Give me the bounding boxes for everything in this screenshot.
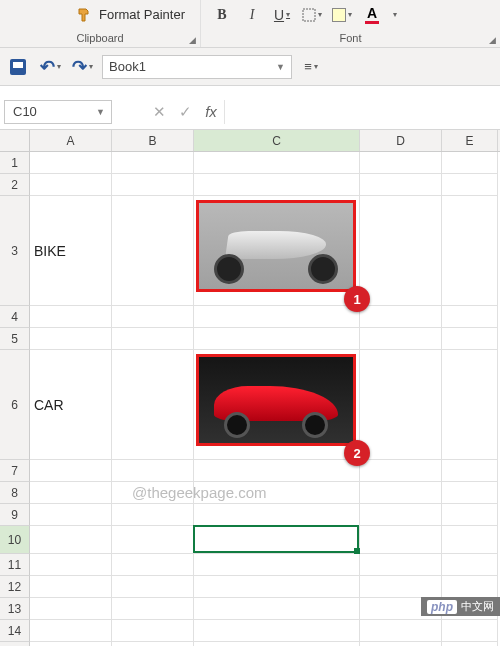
row-header-9[interactable]: 9 [0,504,30,526]
bike-image[interactable] [196,200,356,292]
cell-E1[interactable] [442,152,498,174]
formula-bar-input[interactable] [224,100,500,124]
row-header-3[interactable]: 3 [0,196,30,306]
underline-button[interactable]: U▾ [271,4,293,26]
cell-D3[interactable] [360,196,442,306]
cell-D4[interactable] [360,306,442,328]
cell-D5[interactable] [360,328,442,350]
cell-A13[interactable] [30,598,112,620]
enter-formula-button[interactable]: ✓ [172,100,198,124]
cell-E14[interactable] [442,620,498,642]
cell-B9[interactable] [112,504,194,526]
cell-A10[interactable] [30,526,112,554]
row-header-14[interactable]: 14 [0,620,30,642]
column-header-B[interactable]: B [112,130,194,151]
row-header-8[interactable]: 8 [0,482,30,504]
cell-A8[interactable] [30,482,112,504]
cell-D10[interactable] [360,526,442,554]
cell-B4[interactable] [112,306,194,328]
row-header-15[interactable]: 15 [0,642,30,646]
column-header-A[interactable]: A [30,130,112,151]
cell-E4[interactable] [442,306,498,328]
cell-B7[interactable] [112,460,194,482]
cell-D8[interactable] [360,482,442,504]
cancel-formula-button[interactable]: ✕ [146,100,172,124]
row-header-4[interactable]: 4 [0,306,30,328]
cell-E12[interactable] [442,576,498,598]
save-button[interactable] [6,55,30,79]
cell-A9[interactable] [30,504,112,526]
cell-A5[interactable] [30,328,112,350]
cell-D14[interactable] [360,620,442,642]
qat-customize-button[interactable]: ≡▾ [300,56,322,78]
car-image[interactable] [196,354,356,446]
cell-E11[interactable] [442,554,498,576]
cell-C13[interactable] [194,598,360,620]
cell-B10[interactable] [112,526,194,554]
row-header-12[interactable]: 12 [0,576,30,598]
cell-B12[interactable] [112,576,194,598]
cell-C11[interactable] [194,554,360,576]
cell-D11[interactable] [360,554,442,576]
cell-C15[interactable] [194,642,360,646]
cell-A12[interactable] [30,576,112,598]
cell-E2[interactable] [442,174,498,196]
bold-button[interactable]: B [211,4,233,26]
cell-D6[interactable] [360,350,442,460]
cell-A15[interactable] [30,642,112,646]
cell-E6[interactable] [442,350,498,460]
cell-B6[interactable] [112,350,194,460]
cell-E8[interactable] [442,482,498,504]
cell-E3[interactable] [442,196,498,306]
cell-B14[interactable] [112,620,194,642]
cell-B5[interactable] [112,328,194,350]
cell-C14[interactable] [194,620,360,642]
cell-E10[interactable] [442,526,498,554]
format-painter-label[interactable]: Format Painter [99,7,185,22]
cell-B3[interactable] [112,196,194,306]
fill-color-button[interactable]: ▾ [331,4,353,26]
cell-D7[interactable] [360,460,442,482]
cell-C7[interactable] [194,460,360,482]
font-launcher-icon[interactable]: ◢ [489,35,496,45]
font-color-caret-icon[interactable]: ▾ [393,10,397,19]
row-header-1[interactable]: 1 [0,152,30,174]
cell-D9[interactable] [360,504,442,526]
cell-B15[interactable] [112,642,194,646]
column-header-D[interactable]: D [360,130,442,151]
row-header-2[interactable]: 2 [0,174,30,196]
cell-B13[interactable] [112,598,194,620]
cell-C5[interactable] [194,328,360,350]
clipboard-launcher-icon[interactable]: ◢ [189,35,196,45]
cell-D15[interactable] [360,642,442,646]
cell-C2[interactable] [194,174,360,196]
cell-A3[interactable]: BIKE [30,196,112,306]
redo-button[interactable]: ↷▾ [70,55,94,79]
italic-button[interactable]: I [241,4,263,26]
cell-A2[interactable] [30,174,112,196]
row-header-10[interactable]: 10 [0,526,30,554]
cell-E15[interactable] [442,642,498,646]
cell-A1[interactable] [30,152,112,174]
cell-D12[interactable] [360,576,442,598]
cell-E7[interactable] [442,460,498,482]
column-header-C[interactable]: C [194,130,360,151]
format-painter-icon[interactable] [75,6,93,24]
name-box[interactable]: C10 ▼ [4,100,112,124]
cell-C4[interactable] [194,306,360,328]
document-name-box[interactable]: Book1 ▼ [102,55,292,79]
row-header-5[interactable]: 5 [0,328,30,350]
cell-E9[interactable] [442,504,498,526]
cell-C8[interactable] [194,482,360,504]
cell-D2[interactable] [360,174,442,196]
row-header-6[interactable]: 6 [0,350,30,460]
undo-button[interactable]: ↶▾ [38,55,62,79]
cell-B8[interactable] [112,482,194,504]
row-header-7[interactable]: 7 [0,460,30,482]
cell-A14[interactable] [30,620,112,642]
select-all-triangle[interactable] [0,130,30,151]
cell-C12[interactable] [194,576,360,598]
cell-C1[interactable] [194,152,360,174]
column-header-E[interactable]: E [442,130,498,151]
row-header-11[interactable]: 11 [0,554,30,576]
